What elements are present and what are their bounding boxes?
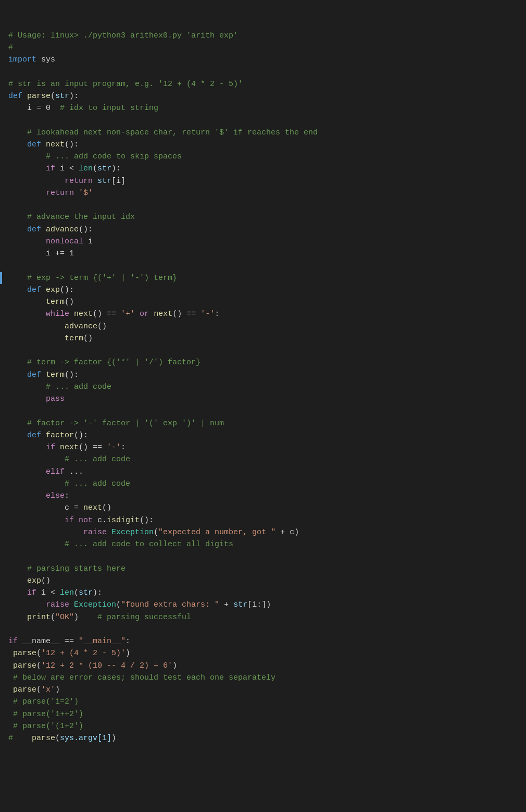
- token: str: [97, 177, 111, 186]
- code-line: pass: [8, 393, 521, 405]
- code-line: nonlocal i: [8, 236, 521, 248]
- token: # factor -> '-' factor | '(' exp ')' | n…: [8, 419, 224, 428]
- token: Exception: [74, 600, 116, 609]
- token: :: [215, 310, 219, 318]
- code-line: [8, 260, 521, 272]
- token: [8, 491, 46, 500]
- code-line: def next():: [8, 139, 521, 151]
- token: (: [74, 588, 79, 597]
- token: def: [27, 225, 41, 234]
- code-line: parse('12 + (4 * 2 - 5)'): [8, 647, 521, 659]
- gutter: [0, 0, 4, 812]
- token: [8, 588, 27, 597]
- token: if: [46, 443, 55, 452]
- code-line: return '$': [8, 187, 521, 199]
- token: [8, 140, 27, 149]
- token: [8, 334, 65, 343]
- token: [8, 225, 27, 234]
- token: parse: [13, 649, 36, 658]
- code-line: elif ...: [8, 466, 521, 478]
- code-line: else:: [8, 490, 521, 502]
- code-line: # advance the input idx: [8, 211, 521, 223]
- token: ): [55, 685, 60, 694]
- token: ():: [60, 286, 74, 294]
- token: () ==: [93, 310, 121, 318]
- token: :: [121, 443, 126, 452]
- code-line: advance(): [8, 321, 521, 333]
- token: __name__ ==: [18, 637, 79, 646]
- token: nonlocal: [46, 237, 83, 246]
- token: ():: [74, 431, 88, 440]
- token: [74, 189, 79, 198]
- token: #: [8, 734, 18, 743]
- code-line: [8, 405, 521, 417]
- token: return: [65, 177, 93, 186]
- code-line: # factor -> '-' factor | '(' exp ')' | n…: [8, 417, 521, 429]
- token: parse: [32, 734, 55, 743]
- token: [74, 516, 79, 525]
- token: '-': [107, 443, 121, 452]
- token: [8, 661, 13, 670]
- token: # exp -> term {('+' | '-') term}: [8, 274, 177, 282]
- code-line: [8, 66, 521, 78]
- token: next: [154, 310, 172, 318]
- code-body: # Usage: linux> ./python3 arithex0.py 'a…: [4, 0, 526, 812]
- token: # parse('(1+2'): [13, 722, 83, 731]
- code-line: # parse('1++2'): [8, 708, 521, 720]
- code-line: # parse(sys.argv[1]): [8, 732, 521, 744]
- token: () ==: [79, 443, 107, 452]
- token: pass: [46, 395, 65, 403]
- token: ...: [65, 467, 83, 476]
- token: (: [93, 164, 97, 173]
- token: [41, 225, 46, 234]
- token: return: [46, 189, 74, 198]
- token: '$': [79, 189, 93, 198]
- token: next: [46, 140, 65, 149]
- token: [41, 371, 46, 379]
- token: (: [51, 613, 55, 622]
- code-line: raise Exception("expected a number, got …: [8, 526, 521, 538]
- token: sys: [36, 55, 55, 64]
- code-line: if i < len(str):: [8, 163, 521, 175]
- token: term: [46, 371, 65, 379]
- code-line: [8, 550, 521, 562]
- token: [8, 722, 13, 731]
- token: +: [219, 600, 233, 609]
- token: [69, 310, 74, 318]
- token: advance: [46, 225, 79, 234]
- token: [8, 443, 46, 452]
- token: [i:]): [247, 600, 271, 609]
- token: i <: [55, 164, 79, 173]
- token: not: [79, 516, 93, 525]
- token: next: [83, 503, 102, 512]
- token: [22, 92, 27, 101]
- token: raise: [46, 600, 69, 609]
- code-line: if next() == '-':: [8, 441, 521, 453]
- token: term: [65, 334, 83, 343]
- token: ): [111, 734, 116, 743]
- token: [8, 613, 27, 622]
- token: '12 + (4 * 2 - 5)': [41, 649, 126, 658]
- token: [8, 528, 83, 537]
- token: :: [126, 637, 130, 646]
- code-line: [8, 623, 521, 635]
- token: ):: [93, 588, 102, 597]
- token: ): [126, 649, 130, 658]
- token: str: [233, 600, 247, 609]
- token: i: [83, 237, 93, 246]
- token: # parse('1=2'): [13, 697, 79, 706]
- code-line: def advance():: [8, 224, 521, 236]
- token: (: [36, 649, 41, 658]
- code-line: parse('12 + 2 * (10 -- 4 / 2) + 6'): [8, 660, 521, 672]
- token: str: [79, 588, 93, 597]
- token: i <: [36, 588, 60, 597]
- token: # parse('1++2'): [13, 710, 83, 719]
- token: elif: [46, 467, 65, 476]
- token: (: [116, 600, 121, 609]
- token: () ==: [172, 310, 201, 318]
- token: [8, 479, 65, 488]
- code-line: if i < len(str):: [8, 587, 521, 599]
- code-line: def exp():: [8, 284, 521, 296]
- token: print: [27, 613, 51, 622]
- code-container: # Usage: linux> ./python3 arithex0.py 'a…: [0, 0, 526, 812]
